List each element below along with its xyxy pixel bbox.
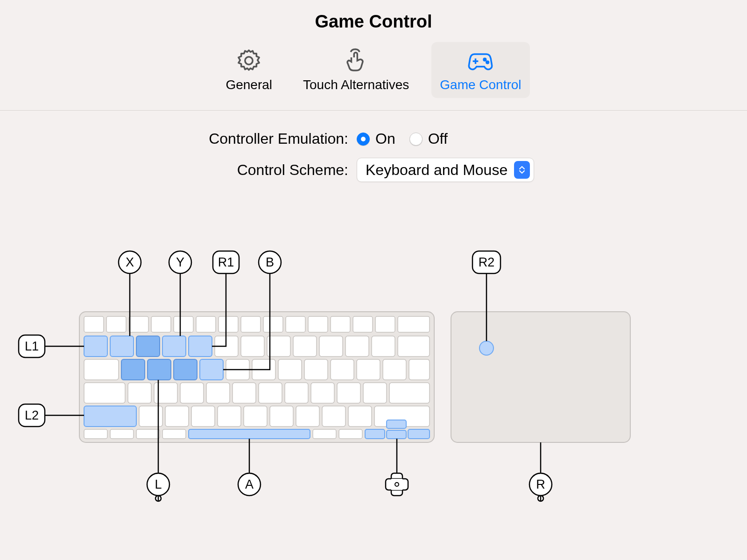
svg-rect-23 bbox=[162, 336, 186, 357]
svg-rect-18 bbox=[375, 316, 395, 332]
svg-rect-31 bbox=[372, 336, 395, 357]
svg-rect-55 bbox=[337, 383, 360, 403]
svg-rect-8 bbox=[151, 316, 171, 332]
svg-rect-30 bbox=[345, 336, 369, 357]
svg-rect-48 bbox=[154, 383, 177, 403]
svg-rect-78 bbox=[387, 430, 406, 439]
svg-rect-15 bbox=[308, 316, 328, 332]
svg-rect-70 bbox=[110, 429, 134, 439]
svg-rect-19 bbox=[398, 316, 430, 332]
badge-a-label: A bbox=[245, 477, 254, 491]
svg-rect-71 bbox=[136, 429, 160, 439]
badge-x-label: X bbox=[126, 255, 134, 269]
svg-rect-58 bbox=[84, 406, 136, 427]
svg-rect-37 bbox=[200, 359, 223, 380]
svg-rect-74 bbox=[313, 429, 336, 439]
svg-rect-63 bbox=[244, 406, 267, 427]
svg-rect-50 bbox=[206, 383, 230, 403]
svg-rect-72 bbox=[162, 429, 186, 439]
badge-y-label: Y bbox=[176, 255, 184, 269]
svg-rect-29 bbox=[319, 336, 343, 357]
svg-rect-35 bbox=[148, 359, 171, 380]
svg-rect-20 bbox=[84, 336, 107, 357]
badge-l-stick: L bbox=[147, 473, 169, 501]
svg-rect-69 bbox=[84, 429, 107, 439]
badge-r-label: R bbox=[536, 477, 545, 491]
svg-rect-79 bbox=[408, 429, 430, 439]
svg-rect-54 bbox=[311, 383, 334, 403]
svg-rect-43 bbox=[357, 359, 380, 380]
svg-rect-40 bbox=[278, 359, 302, 380]
svg-rect-22 bbox=[136, 336, 160, 357]
svg-rect-12 bbox=[241, 316, 261, 332]
svg-rect-17 bbox=[353, 316, 373, 332]
svg-rect-56 bbox=[363, 383, 387, 403]
badge-r-stick: R bbox=[529, 473, 552, 501]
svg-rect-53 bbox=[285, 383, 308, 403]
svg-rect-75 bbox=[339, 429, 362, 439]
svg-rect-16 bbox=[331, 316, 350, 332]
svg-rect-61 bbox=[191, 406, 215, 427]
svg-rect-65 bbox=[296, 406, 319, 427]
badge-r1-label: R1 bbox=[218, 255, 234, 269]
svg-rect-62 bbox=[218, 406, 241, 427]
svg-rect-47 bbox=[128, 383, 151, 403]
svg-rect-36 bbox=[174, 359, 197, 380]
svg-rect-60 bbox=[165, 406, 189, 427]
svg-rect-9 bbox=[174, 316, 193, 332]
svg-rect-66 bbox=[322, 406, 345, 427]
badge-b-label: B bbox=[266, 255, 274, 269]
svg-rect-51 bbox=[233, 383, 256, 403]
svg-rect-7 bbox=[129, 316, 148, 332]
svg-rect-27 bbox=[267, 336, 290, 357]
svg-rect-34 bbox=[121, 359, 145, 380]
svg-rect-45 bbox=[409, 359, 430, 380]
badge-l2-label: L2 bbox=[25, 408, 39, 422]
svg-rect-42 bbox=[331, 359, 354, 380]
svg-rect-92 bbox=[391, 479, 402, 490]
svg-rect-6 bbox=[106, 316, 126, 332]
svg-rect-24 bbox=[189, 336, 212, 357]
svg-rect-67 bbox=[348, 406, 372, 427]
svg-rect-44 bbox=[383, 359, 406, 380]
svg-rect-46 bbox=[84, 383, 125, 403]
svg-rect-57 bbox=[389, 383, 430, 403]
svg-rect-33 bbox=[84, 359, 119, 380]
control-diagram: .kb-body { fill:#e9e5e2; stroke:#c6c2bf;… bbox=[0, 0, 747, 560]
keyboard-row-2 bbox=[84, 336, 430, 357]
badge-r2-label: R2 bbox=[479, 255, 495, 269]
svg-rect-77 bbox=[387, 420, 406, 428]
svg-rect-32 bbox=[398, 336, 430, 357]
svg-rect-64 bbox=[270, 406, 293, 427]
svg-rect-76 bbox=[365, 429, 385, 439]
svg-rect-52 bbox=[259, 383, 282, 403]
badge-dpad bbox=[386, 473, 408, 496]
svg-rect-73 bbox=[189, 429, 310, 439]
svg-rect-14 bbox=[286, 316, 305, 332]
svg-rect-26 bbox=[241, 336, 264, 357]
svg-rect-11 bbox=[218, 316, 238, 332]
svg-rect-28 bbox=[293, 336, 317, 357]
keyboard-row-1 bbox=[84, 316, 430, 332]
svg-rect-49 bbox=[180, 383, 204, 403]
svg-rect-10 bbox=[196, 316, 216, 332]
badge-l-label: L bbox=[155, 477, 162, 491]
svg-rect-5 bbox=[84, 316, 104, 332]
trackpad-cursor-dot bbox=[479, 341, 493, 355]
trackpad-body bbox=[451, 312, 630, 442]
svg-rect-13 bbox=[263, 316, 283, 332]
svg-rect-41 bbox=[304, 359, 328, 380]
svg-rect-59 bbox=[139, 406, 162, 427]
svg-rect-21 bbox=[110, 336, 134, 357]
badge-l1-label: L1 bbox=[25, 339, 39, 353]
keyboard-row-5 bbox=[84, 406, 430, 427]
